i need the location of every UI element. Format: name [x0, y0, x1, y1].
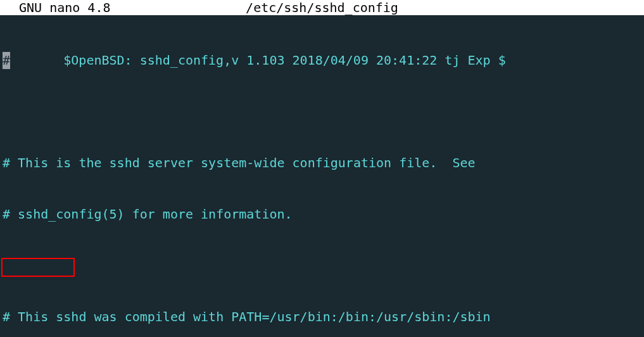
config-line: # $OpenBSD: sshd_config,v 1.103 2018/04/…: [3, 52, 644, 69]
file-path: /etc/ssh/sshd_config: [246, 0, 398, 16]
config-line: # sshd_config(5) for more information.: [3, 206, 644, 223]
config-line: [3, 103, 644, 120]
nano-title-bar: GNU nano 4.8 /etc/ssh/sshd_config: [0, 0, 644, 15]
config-line: # This is the sshd server system-wide co…: [3, 155, 644, 172]
app-name: GNU nano 4.8: [1, 0, 111, 16]
config-line: # This sshd was compiled with PATH=/usr/…: [3, 308, 644, 326]
editor-content[interactable]: # $OpenBSD: sshd_config,v 1.103 2018/04/…: [0, 15, 644, 337]
config-line: [3, 257, 644, 274]
cursor: #: [3, 52, 10, 69]
